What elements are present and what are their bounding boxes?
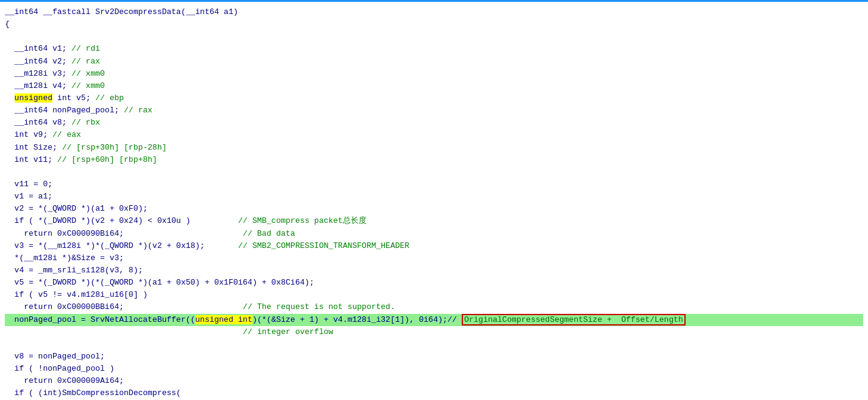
code-line-v8: __int64 v8; // rbx	[5, 117, 863, 129]
code-line-nonpaged-assign: nonPaged_pool = SrvNetAllocateBuffer((un…	[5, 314, 863, 326]
code-line-v4-assign: v4 = _mm_srli_si128(v3, 8);	[5, 264, 863, 277]
code-line-return2: return 0xC00000BBi64; // The request is …	[5, 301, 863, 313]
code-line-2: {	[5, 18, 863, 31]
code-line-v2-assign: v2 = *(_QWORD *)(a1 + 0xF0);	[5, 203, 863, 215]
code-line-v1-assign: v1 = a1;	[5, 191, 863, 203]
code-line-size: int Size; // [rsp+30h] [rbp-28h]	[5, 142, 863, 154]
code-line-v3-assign: v3 = *(__m128i *)*(_QWORD *)(v2 + 0x18);…	[5, 240, 863, 252]
code-line-blank2	[5, 166, 863, 178]
code-line-v9: int v9; // eax	[5, 129, 863, 141]
code-line-v5-assign: v5 = *(_DWORD *)(*(_QWORD *)(a1 + 0x50) …	[5, 277, 863, 289]
code-line-v8-assign: v8 = nonPaged_pool;	[5, 351, 863, 363]
code-viewer: __int64 __fastcall Srv2DecompressData(__…	[0, 0, 868, 400]
code-line-v11-assign: v11 = 0;	[5, 178, 863, 191]
code-line-v3: __m128i v3; // xmm0	[5, 68, 863, 80]
code-line-v2: __int64 v2; // rax	[5, 56, 863, 68]
code-line-v5: unsigned int v5; // ebp	[5, 92, 863, 104]
top-border	[0, 0, 868, 2]
code-line-blank1	[5, 31, 863, 43]
code-line-return1: return 0xC000090Bi64; // Bad data	[5, 228, 863, 240]
code-line-blank3	[5, 338, 863, 351]
code-line-return3: return 0xC000009Ai64;	[5, 375, 863, 387]
code-line-if2: if ( v5 != v4.m128i_u16[0] )	[5, 289, 863, 301]
code-line-1: __int64 __fastcall Srv2DecompressData(__…	[5, 6, 863, 18]
code-line-v1: __int64 v1; // rdi	[5, 43, 863, 55]
code-line-size-assign: *(__m128i *)&Size = v3;	[5, 252, 863, 264]
code-content: __int64 __fastcall Srv2DecompressData(__…	[5, 6, 863, 400]
code-line-if1: if ( *(_DWORD *)(v2 + 0x24) < 0x10u ) //…	[5, 215, 863, 227]
code-line-overflow: // integer overflow	[5, 326, 863, 338]
code-line-v4: __m128i v4; // xmm0	[5, 80, 863, 92]
code-line-if4: if ( (int)SmbCompressionDecompress(	[5, 387, 863, 399]
code-line-nonpaged: __int64 nonPaged_pool; // rax	[5, 104, 863, 117]
code-line-v11: int v11; // [rsp+60h] [rbp+8h]	[5, 154, 863, 166]
code-line-if3: if ( !nonPaged_pool )	[5, 363, 863, 375]
